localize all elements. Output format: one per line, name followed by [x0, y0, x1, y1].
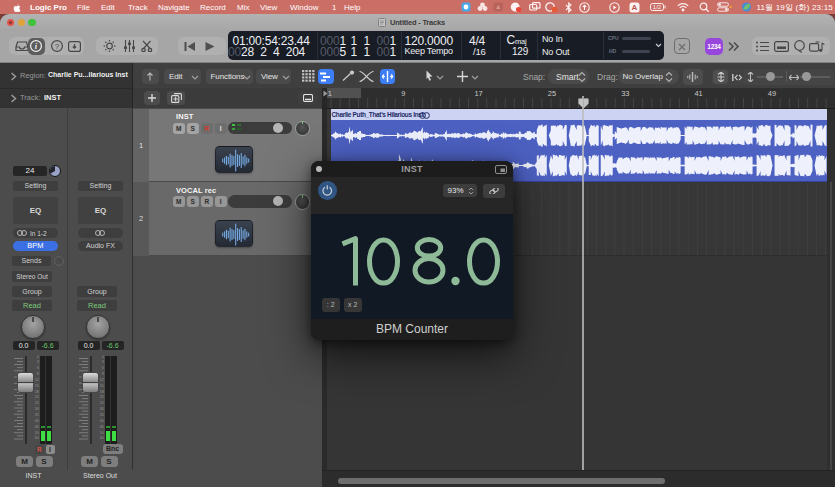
svg-text:?: ?: [55, 42, 60, 51]
svg-text:1/2: 1/2: [653, 4, 662, 10]
svg-text:A: A: [632, 3, 638, 12]
svg-text:i: i: [35, 41, 38, 51]
